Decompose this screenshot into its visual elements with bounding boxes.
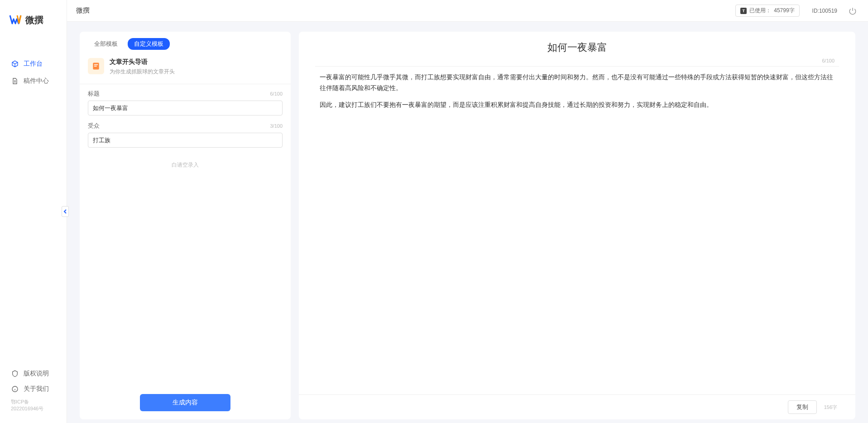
sidebar-bottom: 版权说明 关于我们 鄂ICP备2022016946号	[0, 366, 67, 423]
output-title-count: 6/100	[822, 58, 834, 63]
template-title: 文章开头导语	[110, 58, 175, 66]
shield-icon	[11, 370, 19, 378]
template-header: 文章开头导语 为你生成抓眼球的文章开头	[80, 53, 291, 84]
usage-label: 已使用：	[749, 7, 771, 14]
copy-button[interactable]: 复制	[788, 400, 817, 414]
sidebar-collapse-handle[interactable]	[62, 206, 69, 217]
cube-icon	[11, 60, 19, 68]
title-char-count: 6/100	[270, 91, 283, 96]
link-label: 关于我们	[24, 385, 49, 393]
icp-text: 鄂ICP备2022016946号	[0, 397, 67, 416]
divider	[315, 66, 839, 67]
output-body: 一夜暴富的可能性几乎微乎其微，而打工族想要实现财富自由，通常需要付出大量的时间和…	[299, 70, 855, 394]
usage-badge[interactable]: T 已使用： 45799字	[735, 5, 799, 17]
power-button[interactable]	[846, 5, 859, 17]
info-icon	[11, 385, 19, 393]
text-icon: T	[740, 8, 747, 14]
output-title: 如何一夜暴富	[315, 41, 839, 58]
document-icon	[11, 77, 19, 85]
output-word-count: 156字	[824, 404, 837, 411]
sidebar: 微撰 工作台 稿件中心 版权说明	[0, 0, 67, 423]
input-hint: 白请空录入	[88, 154, 283, 176]
tab-all-templates[interactable]: 全部模板	[88, 38, 124, 50]
user-id: ID:100519	[812, 8, 837, 14]
generate-button[interactable]: 生成内容	[140, 394, 230, 411]
sidebar-link-copyright[interactable]: 版权说明	[0, 366, 67, 381]
output-paragraph: 一夜暴富的可能性几乎微乎其微，而打工族想要实现财富自由，通常需要付出大量的时间和…	[320, 72, 834, 93]
template-icon	[88, 58, 104, 74]
audience-label: 受众	[88, 122, 100, 130]
tab-custom-template[interactable]: 自定义模板	[128, 38, 170, 50]
template-tabs: 全部模板 自定义模板	[80, 32, 291, 53]
svg-rect-5	[94, 66, 97, 67]
nav-label: 稿件中心	[24, 77, 49, 85]
usage-value: 45799字	[774, 7, 794, 14]
output-paragraph: 因此，建议打工族们不要抱有一夜暴富的期望，而是应该注重积累财富和提高自身技能，通…	[320, 100, 834, 111]
topbar: 微撰 T 已使用： 45799字 ID:100519	[67, 0, 868, 22]
sidebar-link-about[interactable]: 关于我们	[0, 381, 67, 397]
logo-icon	[9, 14, 22, 26]
sidebar-item-workspace[interactable]: 工作台	[0, 55, 67, 72]
title-input[interactable]	[88, 101, 283, 115]
input-panel: 全部模板 自定义模板 文章开头导语 为你生成抓眼球的文章开头 标题	[80, 32, 291, 419]
sidebar-item-drafts[interactable]: 稿件中心	[0, 72, 67, 90]
link-label: 版权说明	[24, 370, 49, 378]
nav-label: 工作台	[24, 60, 43, 68]
template-desc: 为你生成抓眼球的文章开头	[110, 68, 175, 76]
logo[interactable]: 微撰	[0, 0, 67, 37]
svg-rect-4	[94, 64, 98, 65]
nav: 工作台 稿件中心	[0, 37, 67, 366]
page-title: 微撰	[76, 6, 90, 15]
title-label: 标题	[88, 90, 100, 98]
audience-char-count: 3/100	[270, 123, 283, 129]
logo-text: 微撰	[25, 14, 43, 26]
audience-input[interactable]	[88, 133, 283, 148]
output-panel: 如何一夜暴富 6/100 一夜暴富的可能性几乎微乎其微，而打工族想要实现财富自由…	[299, 32, 855, 419]
